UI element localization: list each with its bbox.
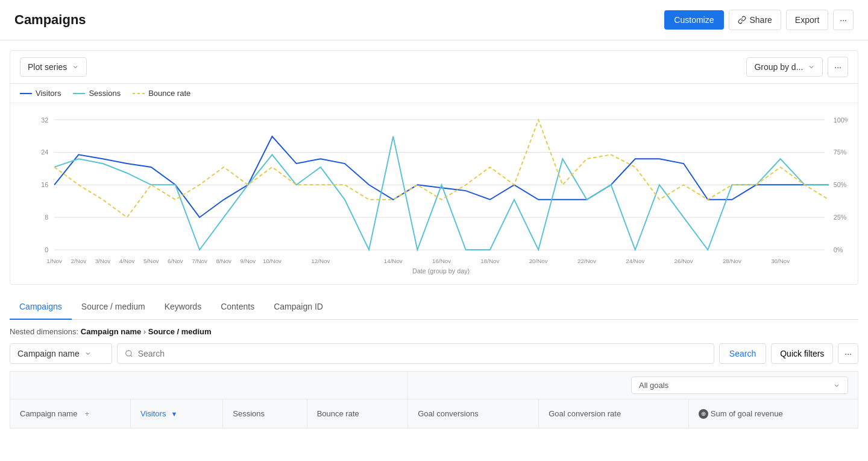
tab-campaign-id[interactable]: Campaign ID <box>264 294 333 320</box>
search-icon <box>125 349 133 358</box>
quick-filters-button[interactable]: Quick filters <box>771 343 833 364</box>
export-button[interactable]: Export <box>786 10 828 30</box>
th-sum-goal-revenue: ⊕ Sum of goal revenue <box>688 399 858 428</box>
tab-keywords[interactable]: Keywords <box>155 294 211 320</box>
chevron-down-icon-2 <box>808 63 815 71</box>
svg-text:26/Nov: 26/Nov <box>675 258 693 264</box>
more-options-button[interactable]: ··· <box>833 10 854 30</box>
dimension-select[interactable]: Campaign name <box>10 343 112 364</box>
legend-visitors-line <box>20 93 32 94</box>
svg-text:25%: 25% <box>834 214 847 221</box>
goals-select-header[interactable]: All goals <box>408 372 858 399</box>
customize-button[interactable]: Customize <box>664 10 723 30</box>
th-visitors[interactable]: Visitors ▼ <box>131 399 223 428</box>
svg-text:32: 32 <box>41 116 48 124</box>
th-bounce-rate: Bounce rate <box>307 399 408 428</box>
th-goal-conversions: Goal conversions <box>408 399 539 428</box>
share-button[interactable]: Share <box>729 10 781 30</box>
page-header: Campaigns Customize Share Export ··· <box>0 0 868 40</box>
svg-text:8/Nov: 8/Nov <box>216 258 231 264</box>
svg-text:10/Nov: 10/Nov <box>263 258 281 264</box>
legend-bounce-rate: Bounce rate <box>133 89 190 98</box>
header-actions: Customize Share Export ··· <box>664 10 854 30</box>
svg-text:6/Nov: 6/Nov <box>168 258 183 264</box>
tab-contents[interactable]: Contents <box>211 294 264 320</box>
tab-bar: Campaigns Source / medium Keywords Conte… <box>10 294 858 320</box>
chart-legend: Visitors Sessions Bounce rate <box>10 84 858 103</box>
svg-text:12/Nov: 12/Nov <box>311 258 330 264</box>
search-button[interactable]: Search <box>719 343 766 364</box>
line-chart: 0 8 16 24 32 0% 25% 50% 75% 100% 1/Nov 2… <box>10 108 848 279</box>
svg-text:4/Nov: 4/Nov <box>119 258 135 264</box>
add-column-button[interactable]: + <box>80 407 94 421</box>
legend-visitors: Visitors <box>20 89 61 98</box>
tab-campaigns[interactable]: Campaigns <box>10 294 72 320</box>
goals-row: All goals <box>10 372 858 399</box>
chart-area: 0 8 16 24 32 0% 25% 50% 75% 100% 1/Nov 2… <box>10 103 858 284</box>
chart-more-button[interactable]: ··· <box>828 57 848 77</box>
share-icon <box>738 16 746 24</box>
svg-text:18/Nov: 18/Nov <box>480 258 499 264</box>
table-section: Campaigns Source / medium Keywords Conte… <box>10 294 858 428</box>
svg-text:20/Nov: 20/Nov <box>529 258 548 264</box>
column-headers: Campaign name + Visitors ▼ Sessions <box>10 399 858 428</box>
svg-text:2/Nov: 2/Nov <box>71 258 87 264</box>
empty-header <box>10 372 408 399</box>
svg-text:16/Nov: 16/Nov <box>432 258 451 264</box>
svg-text:7/Nov: 7/Nov <box>192 258 207 264</box>
svg-text:14/Nov: 14/Nov <box>384 258 403 264</box>
svg-text:24/Nov: 24/Nov <box>626 258 644 264</box>
plot-series-select[interactable]: Plot series <box>20 57 87 77</box>
svg-text:3/Nov: 3/Nov <box>95 258 111 264</box>
chart-toolbar-right: Group by d... ··· <box>746 57 848 77</box>
th-sessions: Sessions <box>223 399 307 428</box>
legend-sessions: Sessions <box>73 89 121 98</box>
chart-toolbar: Plot series Group by d... ··· <box>10 51 858 84</box>
svg-line-37 <box>130 355 131 357</box>
th-goal-conversion-rate: Goal conversion rate <box>539 399 689 428</box>
chevron-down-icon-3 <box>84 350 92 357</box>
breadcrumb: Nested dimensions: Campaign name › Sourc… <box>10 327 858 336</box>
legend-sessions-line <box>73 93 85 94</box>
chevron-down-icon-4 <box>833 382 840 389</box>
group-by-select[interactable]: Group by d... <box>746 57 823 77</box>
svg-text:9/Nov: 9/Nov <box>241 258 256 264</box>
svg-text:0: 0 <box>45 246 48 253</box>
svg-point-36 <box>126 351 131 356</box>
svg-text:28/Nov: 28/Nov <box>723 258 741 264</box>
table-head: All goals Campaign name + Visitors ▼ <box>10 372 858 428</box>
data-table: All goals Campaign name + Visitors ▼ <box>10 371 858 428</box>
svg-text:1/Nov: 1/Nov <box>46 258 62 264</box>
search-box <box>117 343 714 364</box>
tab-source-medium[interactable]: Source / medium <box>72 294 155 320</box>
table-controls: Campaign name Search Quick filters ··· <box>10 343 858 364</box>
svg-text:75%: 75% <box>834 148 847 156</box>
legend-bounce-rate-line <box>133 93 145 94</box>
sort-icon: ▼ <box>171 410 177 418</box>
table-more-button[interactable]: ··· <box>838 343 858 364</box>
page-title: Campaigns <box>14 12 86 28</box>
svg-text:8: 8 <box>45 214 48 221</box>
svg-text:100%: 100% <box>834 116 848 124</box>
svg-text:30/Nov: 30/Nov <box>771 258 790 264</box>
chevron-down-icon <box>72 63 79 71</box>
chart-toolbar-left: Plot series <box>20 57 87 77</box>
info-icon: ⊕ <box>699 409 708 419</box>
svg-text:Date (group by day): Date (group by day) <box>412 267 470 275</box>
svg-text:0%: 0% <box>834 246 843 253</box>
svg-text:22/Nov: 22/Nov <box>577 258 596 264</box>
search-input[interactable] <box>138 349 706 358</box>
svg-text:24: 24 <box>41 148 48 156</box>
svg-text:5/Nov: 5/Nov <box>143 258 159 264</box>
svg-text:50%: 50% <box>834 181 847 188</box>
svg-text:16: 16 <box>41 181 48 188</box>
chart-section: Plot series Group by d... ··· Visitors S… <box>10 50 858 285</box>
th-campaign-name: Campaign name + <box>10 399 131 428</box>
